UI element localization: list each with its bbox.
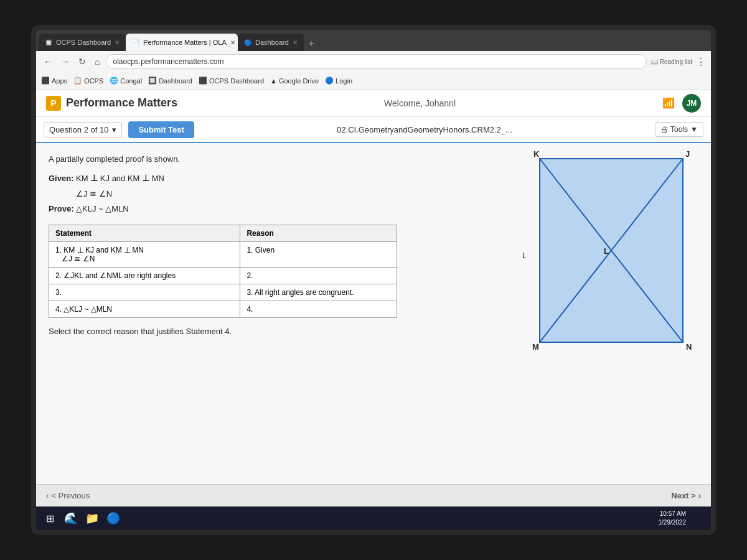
edge-icon: 🌊 (64, 511, 78, 525)
perp-symbol-1: ⊥ (90, 173, 98, 183)
back-button[interactable]: ← (41, 55, 55, 68)
chrome-icon: 🔵 (106, 511, 120, 525)
nav-footer: ‹ < Previous Next > › (36, 484, 711, 506)
ocps-dash-bookmark-label: OCPS Dashboard (209, 77, 264, 85)
proof-header-reason: Reason (240, 225, 397, 242)
reading-list-button[interactable]: 📖 Reading list (651, 58, 692, 65)
bookmarks-bar: ⬛ Apps 📋 OCPS 🌐 Congal 🔲 Dashboard ⬛ OCP… (36, 72, 711, 90)
bookmark-login[interactable]: 🔵 Login (325, 77, 352, 85)
angle-j: ∠J ≅ ∠N (76, 189, 112, 198)
tab-ocps-dashboard[interactable]: 🔲 OCPS Dashboard ✕ (39, 34, 126, 51)
perp-symbol-2: ⊥ (142, 173, 149, 183)
bookmark-dashboard[interactable]: 🔲 Dashboard (148, 77, 192, 85)
chrome-taskbar-icon[interactable]: 🔵 (105, 510, 122, 527)
vertex-k: K (533, 149, 540, 159)
vertex-l-left: L (522, 251, 527, 260)
gdrive-bookmark-icon: ▲ (270, 77, 277, 85)
header-right: 📶 JM (662, 94, 701, 113)
reading-list-label: Reading list (660, 58, 692, 65)
login-bookmark-label: Login (336, 77, 352, 85)
congal-bookmark-label: Congal (120, 77, 142, 85)
tools-arrow: ▼ (690, 125, 698, 134)
refresh-button[interactable]: ↻ (76, 55, 88, 68)
vertex-n: N (686, 342, 692, 352)
select-reason-text: Select the correct reason that justifies… (49, 327, 499, 336)
vertex-l: L (604, 246, 609, 256)
reading-list-icon: 📖 (651, 58, 658, 65)
apps-bookmark-icon: ⬛ (41, 77, 50, 85)
dashboard-bookmark-label: Dashboard (159, 77, 192, 85)
congal-bookmark-icon: 🌐 (110, 77, 118, 85)
test-toolbar: Question 2 of 10 ▾ Submit Test 02.CI.Geo… (36, 117, 711, 143)
address-bar-row: ← → ↻ ⌂ olaocps.performancematters.com 📖… (36, 51, 711, 72)
prove-triangles: △KLJ ~ △MLN (76, 204, 129, 213)
ocps-bookmark-icon: 📋 (73, 77, 82, 85)
logo-icon: P (46, 96, 61, 111)
files-icon: 📁 (85, 511, 99, 525)
vertex-m: M (532, 342, 539, 352)
prove-label: Prove: (49, 204, 73, 213)
app-logo: P Performance Matters (46, 96, 177, 111)
home-button[interactable]: ⌂ (92, 55, 102, 68)
files-taskbar-icon[interactable]: 📁 (83, 510, 101, 527)
given-mn: MN (152, 174, 164, 183)
geometry-diagram: K J M N L L (521, 149, 702, 348)
proof-reason-3: 3. All right angles are congruent. (240, 284, 397, 301)
bookmark-apps[interactable]: ⬛ Apps (41, 77, 67, 85)
geometry-svg: K J M N L L (521, 149, 702, 355)
app-title: Performance Matters (66, 96, 177, 110)
question-selector-label: Question 2 of 10 (49, 125, 108, 134)
given-angles: ∠J ≅ ∠N (49, 188, 499, 201)
tab-close-dashboard[interactable]: ✕ (293, 39, 298, 46)
tools-button[interactable]: 🖨 Tools ▼ (655, 122, 703, 137)
given-label: Given: (49, 174, 73, 183)
next-button[interactable]: Next > › (671, 491, 701, 500)
user-avatar[interactable]: JM (682, 94, 701, 113)
previous-label: < Previous (51, 491, 90, 500)
given-km-kj: KM (76, 174, 90, 183)
new-tab-button[interactable]: + (304, 36, 319, 51)
proof-header-statement: Statement (49, 225, 240, 242)
proof-row-1: 1. KM ⊥ KJ and KM ⊥ MN ∠J ≅ ∠N 1. Given (49, 242, 397, 268)
tab-performance-matters[interactable]: 📄 Performance Matters | OLA ✕ (126, 34, 238, 51)
previous-button[interactable]: ‹ < Previous (46, 491, 90, 500)
taskbar-time: 10:57 AM (659, 510, 687, 518)
proof-statement-4: 4. △KLJ ~ △MLN (49, 301, 240, 318)
windows-logo-icon: ⊞ (46, 513, 54, 525)
ocps-dash-bookmark-icon: ⬛ (199, 77, 207, 85)
proof-statement-2: 2. ∠JKL and ∠NML are right angles (49, 268, 240, 284)
question-selector-chevron: ▾ (112, 125, 116, 134)
proof-row-3: 3. 3. All right angles are congruent. (49, 284, 397, 301)
vertex-j: J (685, 149, 690, 159)
dashboard-bookmark-icon: 🔲 (148, 77, 157, 85)
forward-button[interactable]: → (59, 55, 72, 68)
bookmark-ocps[interactable]: 📋 OCPS (73, 77, 103, 85)
bookmark-congal[interactable]: 🌐 Congal (110, 77, 142, 85)
given-kj: KJ and KM (100, 174, 142, 183)
tab-close-pm[interactable]: ✕ (230, 39, 235, 46)
question-selector[interactable]: Question 2 of 10 ▾ (44, 122, 122, 138)
taskbar-date: 1/29/2022 (659, 518, 687, 527)
tab-close-ocps[interactable]: ✕ (115, 39, 120, 46)
proof-reason-4: 4. (240, 301, 397, 318)
question-area: A partially completed proof is shown. Gi… (36, 143, 711, 484)
proof-row-4: 4. △KLJ ~ △MLN 4. (49, 301, 397, 318)
welcome-message: Welcome, Johannl (384, 98, 456, 108)
bookmark-ocps-dashboard[interactable]: ⬛ OCPS Dashboard (199, 77, 264, 85)
ocps-bookmark-label: OCPS (84, 77, 103, 85)
bookmark-google-drive[interactable]: ▲ Google Drive (270, 77, 319, 85)
extensions-icon[interactable]: ⋮ (696, 56, 706, 68)
windows-start-button[interactable]: ⊞ (41, 510, 59, 527)
app-content: P Performance Matters Welcome, Johannl 📶… (36, 90, 711, 506)
tab-dashboard[interactable]: 🔵 Dashboard ✕ (238, 34, 304, 51)
tools-icon: 🖨 (660, 125, 668, 134)
test-title: 02.CI.GeometryandGeometryHonors.CRM2.2_.… (200, 125, 649, 134)
question-intro: A partially completed proof is shown. (49, 153, 499, 166)
proof-statement-1: 1. KM ⊥ KJ and KM ⊥ MN ∠J ≅ ∠N (49, 242, 240, 268)
edge-taskbar-icon[interactable]: 🌊 (62, 510, 80, 527)
address-text: olaocps.performancematters.com (113, 57, 223, 66)
proof-reason-2: 2. (240, 268, 397, 284)
address-bar[interactable]: olaocps.performancematters.com (106, 54, 646, 69)
submit-test-button[interactable]: Submit Test (128, 121, 194, 138)
given-section: Given: KM ⊥ KJ and KM ⊥ MN (49, 171, 499, 185)
